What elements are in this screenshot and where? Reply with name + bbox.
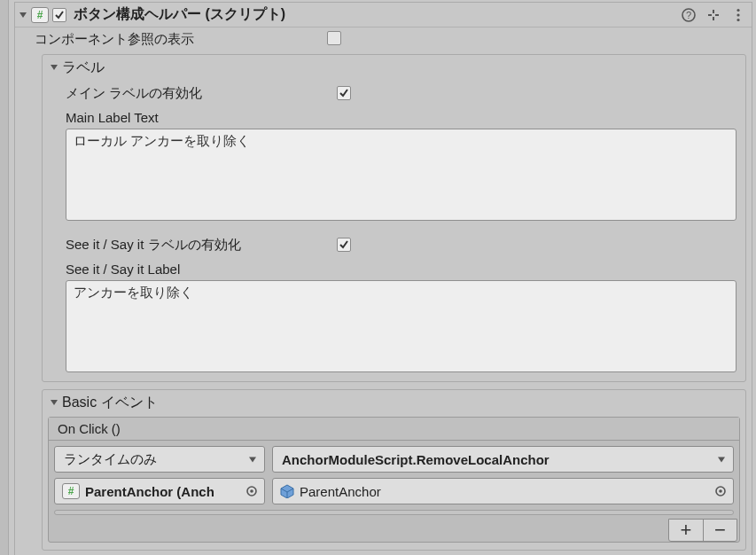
onclick-title: On Click () (49, 418, 739, 441)
svg-point-15 (719, 489, 722, 493)
object-picker-icon[interactable] (245, 484, 259, 498)
enable-main-label-toggle[interactable] (337, 86, 351, 100)
svg-marker-9 (718, 457, 725, 463)
enable-main-label-row: メイン ラベルの有効化 (66, 82, 737, 105)
basic-events-section: Basic イベント On Click () ランタイムのみ AnchorMod… (42, 389, 746, 551)
event-footer: + − (49, 515, 739, 542)
label-section-foldout[interactable] (48, 61, 60, 74)
label-section-body: メイン ラベルの有効化 Main Label Text ローカル アンカーを取り… (43, 80, 745, 381)
method-value: AnchorModuleScript.RemoveLocalAnchor (282, 452, 549, 467)
inspector-component: # ボタン構成ヘルパー (スクリプト) ? コンポーネント参照の表示 (14, 2, 752, 555)
preset-icon[interactable] (705, 7, 721, 23)
svg-marker-8 (249, 457, 256, 463)
help-icon[interactable]: ? (681, 7, 697, 23)
onclick-event-list: ランタイムのみ AnchorModuleScript.RemoveLocalAn… (49, 441, 739, 515)
svg-point-3 (737, 8, 739, 11)
enable-seeit-label-label: See it / Say it ラベルの有効化 (66, 237, 337, 254)
onclick-event-box: On Click () ランタイムのみ AnchorModuleScript.R… (48, 417, 740, 543)
target-object-field[interactable]: # ParentAnchor (Anch (54, 478, 265, 504)
basic-events-header[interactable]: Basic イベント (43, 390, 745, 415)
show-component-refs-label: コンポーネント参照の表示 (35, 31, 327, 48)
event-add-remove-buttons: + − (668, 519, 737, 542)
target-object-value: ParentAnchor (Anch (85, 484, 214, 499)
runtime-mode-value: ランタイムのみ (64, 451, 157, 468)
chevron-down-icon (248, 452, 257, 467)
event-row-1: ランタイムのみ AnchorModuleScript.RemoveLocalAn… (54, 446, 734, 473)
basic-events-foldout[interactable] (48, 396, 60, 409)
label-section-header[interactable]: ラベル (43, 55, 745, 80)
svg-point-11 (250, 489, 253, 493)
svg-marker-6 (51, 65, 58, 70)
object-picker-icon[interactable] (713, 484, 728, 498)
component-header-icons: ? (681, 7, 746, 23)
argument-object-value: ParentAnchor (300, 484, 381, 499)
script-icon: # (62, 483, 80, 499)
label-section: ラベル メイン ラベルの有効化 Main Label Text ローカル アンカ… (42, 54, 746, 382)
svg-text:?: ? (686, 10, 691, 20)
component-title: ボタン構成ヘルパー (スクリプト) (74, 5, 681, 24)
event-row-2: # ParentAnchor (Anch ParentAnchor (54, 478, 734, 504)
label-section-title: ラベル (62, 59, 105, 77)
runtime-mode-dropdown[interactable]: ランタイムのみ (54, 446, 265, 473)
remove-event-button[interactable]: − (703, 520, 737, 541)
enable-main-label-label: メイン ラベルの有効化 (66, 85, 337, 102)
main-label-text-input[interactable]: ローカル アンカーを取り除く (66, 129, 737, 221)
svg-marker-7 (51, 400, 58, 405)
enable-seeit-label-toggle[interactable] (337, 238, 351, 252)
argument-object-field[interactable]: ParentAnchor (272, 478, 734, 504)
component-foldout[interactable] (17, 9, 29, 21)
show-component-refs-row: コンポーネント参照の表示 (15, 27, 752, 51)
left-gutter (0, 0, 9, 555)
seeit-label-text-label: See it / Say it Label (66, 262, 737, 277)
basic-events-title: Basic イベント (62, 394, 158, 412)
component-enable-toggle[interactable] (52, 8, 66, 22)
show-component-refs-toggle[interactable] (327, 31, 341, 45)
svg-point-4 (737, 13, 739, 16)
add-event-button[interactable]: + (669, 520, 703, 541)
context-menu-icon[interactable] (730, 7, 746, 23)
component-header: # ボタン構成ヘルパー (スクリプト) ? (15, 3, 752, 27)
script-icon: # (31, 7, 49, 23)
chevron-down-icon (717, 452, 726, 467)
enable-seeit-label-row: See it / Say it ラベルの有効化 (66, 233, 737, 256)
gameobject-icon (280, 484, 294, 498)
method-dropdown[interactable]: AnchorModuleScript.RemoveLocalAnchor (272, 446, 734, 473)
seeit-label-text-input[interactable]: アンカーを取り除く (66, 280, 737, 372)
main-label-text-label: Main Label Text (66, 110, 737, 125)
svg-point-5 (737, 18, 739, 20)
svg-marker-0 (19, 12, 27, 18)
